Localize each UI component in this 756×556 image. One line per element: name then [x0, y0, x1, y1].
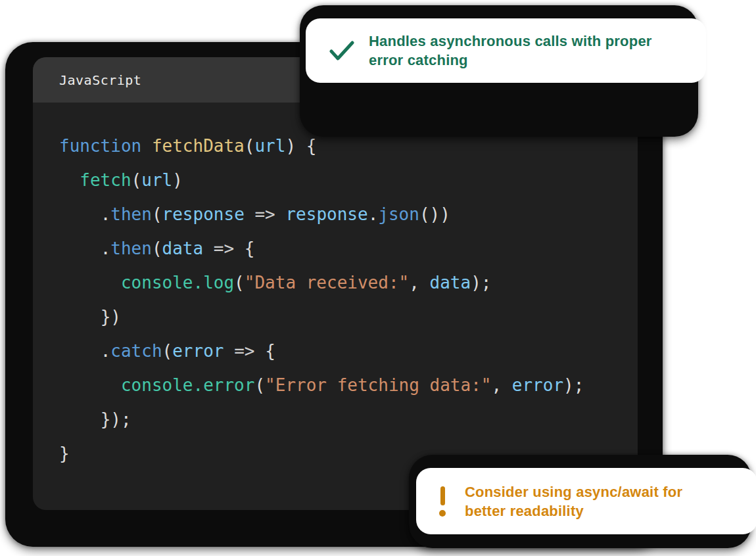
success-callout: Handles asynchronous calls with proper e… [306, 18, 706, 83]
code-token-pu: ( [152, 239, 162, 258]
code-token-pl [59, 239, 101, 258]
code-token-pl [203, 239, 214, 258]
code-token-pl [275, 204, 286, 224]
code-token-tl: fetch [80, 170, 131, 190]
code-token-vr: data [430, 273, 471, 292]
code-token-pu: { [306, 136, 317, 156]
code-token-pu: . [368, 204, 379, 224]
code-area: function fetchData(url) { fetch(url) .th… [33, 103, 638, 471]
code-token-pu: ); [563, 375, 584, 395]
code-token-pl [234, 239, 245, 258]
code-token-tl: console.error [121, 375, 255, 395]
code-token-pl [141, 136, 152, 156]
code-token-pl [245, 204, 255, 224]
code-line: .then(data => { [59, 231, 638, 266]
code-token-vr: data [162, 239, 204, 258]
code-line: fetch(url) [59, 163, 638, 197]
code-token-pl [59, 273, 121, 292]
code-line: }) [59, 300, 638, 334]
code-token-tl: console.log [121, 273, 234, 292]
code-token-pl [254, 341, 265, 361]
code-token-pu: ( [152, 204, 162, 224]
code-token-op: => [254, 204, 275, 224]
code-token-vr: error [512, 375, 563, 395]
code-token-pl [296, 136, 306, 156]
code-token-pu: ); [471, 273, 491, 292]
code-token-pu: }) [101, 307, 121, 327]
code-token-pu: . [101, 341, 111, 361]
code-token-pl [59, 307, 101, 327]
code-token-pu: , [409, 273, 419, 292]
code-token-pl [502, 375, 512, 395]
code-token-op: => [214, 239, 234, 258]
code-token-pu: ( [254, 375, 265, 395]
code-token-pu: . [101, 239, 111, 258]
editor-language-label: JavaScript [59, 72, 141, 88]
code-token-pu: ( [131, 170, 142, 190]
warning-callout-text: Consider using async/await for better re… [465, 482, 716, 521]
code-token-bl: catch [110, 341, 162, 361]
check-icon [329, 40, 354, 61]
warning-callout: Consider using async/await for better re… [416, 468, 756, 534]
code-token-pu: } [59, 444, 70, 463]
code-token-pl [59, 204, 101, 224]
code-token-bl: json [378, 204, 419, 224]
code-token-pu: ( [162, 341, 173, 361]
code-token-op: => [234, 341, 254, 361]
code-token-pu: ) [285, 136, 296, 156]
code-token-vr: response [285, 204, 367, 224]
code-token-pu: { [265, 341, 275, 361]
code-token-fn: fetchData [152, 136, 245, 156]
code-token-pu: ( [245, 136, 255, 156]
code-token-st: "Error fetching data:" [265, 375, 491, 395]
code-token-vr: url [141, 170, 172, 190]
code-line: console.log("Data received:", data); [59, 266, 638, 300]
success-callout-text: Handles asynchronous calls with proper e… [369, 32, 686, 70]
exclamation-dot [439, 510, 446, 517]
code-token-vr: error [172, 341, 224, 361]
code-token-pl [59, 170, 80, 190]
code-line: .catch(error => { [59, 334, 638, 368]
code-token-pu: ( [234, 273, 245, 292]
code-token-vr: response [162, 204, 245, 224]
code-token-pl [59, 341, 101, 361]
code-token-pu: , [491, 375, 502, 395]
code-token-pu: ()) [419, 204, 450, 224]
code-token-kw: function [59, 136, 141, 156]
code-token-pu: { [245, 239, 255, 258]
code-token-pl [59, 375, 121, 395]
code-token-pl [224, 341, 235, 361]
code-token-st: "Data received:" [245, 273, 409, 292]
code-token-vr: url [254, 136, 285, 156]
code-line: .then(response => response.json()) [59, 197, 638, 231]
illustration-canvas: JavaScript function fetchData(url) { fet… [0, 0, 756, 556]
code-token-bl: then [110, 239, 152, 258]
code-token-bl: then [110, 204, 152, 224]
code-token-pl [419, 273, 430, 292]
code-token-pu: ) [172, 170, 183, 190]
code-token-pu: }); [101, 409, 131, 429]
code-token-pl [59, 409, 101, 429]
code-line: console.error("Error fetching data:", er… [59, 368, 638, 402]
code-line: }); [59, 402, 638, 436]
exclamation-icon [438, 486, 446, 517]
code-token-pu: . [101, 204, 111, 224]
exclamation-bar [440, 486, 445, 505]
